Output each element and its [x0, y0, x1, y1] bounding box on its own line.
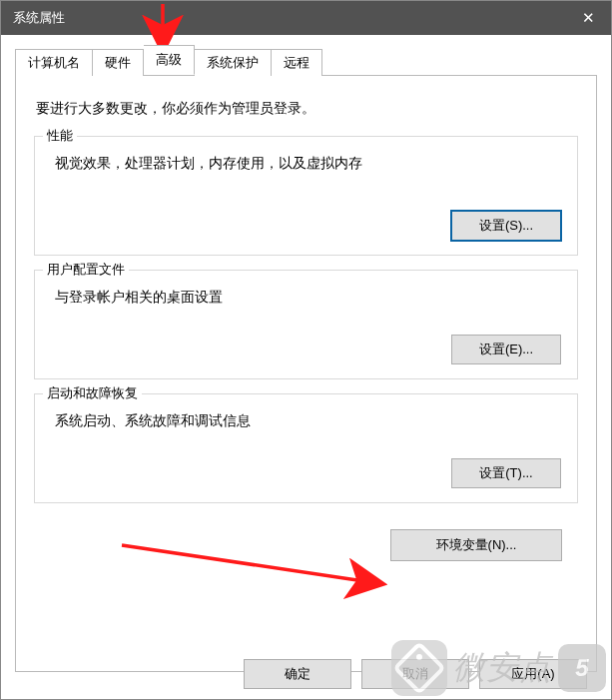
apply-button[interactable]: 应用(A) [479, 659, 587, 689]
tab-advanced[interactable]: 高级 [144, 45, 195, 75]
tab-computer-name[interactable]: 计算机名 [15, 49, 93, 76]
tab-page-advanced: 要进行大多数更改，你必须作为管理员登录。 性能 视觉效果，处理器计划，内存使用，… [15, 75, 597, 672]
titlebar: 系统属性 ✕ [1, 1, 611, 35]
group-performance-desc: 视觉效果，处理器计划，内存使用，以及虚拟内存 [51, 155, 561, 173]
group-user-profiles-buttons: 设置(E)... [51, 335, 561, 364]
group-performance-buttons: 设置(S)... [51, 211, 561, 241]
client-area: 计算机名 硬件 高级 系统保护 远程 要进行大多数更改，你必须作为管理员登录。 … [1, 35, 611, 699]
group-user-profiles-desc: 与登录帐户相关的桌面设置 [51, 289, 561, 307]
group-startup-recovery: 启动和故障恢复 系统启动、系统故障和调试信息 设置(T)... [34, 393, 578, 503]
ok-button[interactable]: 确定 [244, 659, 351, 689]
close-button[interactable]: ✕ [565, 1, 611, 35]
group-startup-recovery-desc: 系统启动、系统故障和调试信息 [51, 412, 561, 430]
system-properties-window: 系统属性 ✕ 计算机名 硬件 高级 系统保护 远程 要进行大多数更改，你必须作为… [0, 0, 612, 700]
group-user-profiles: 用户配置文件 与登录帐户相关的桌面设置 设置(E)... [34, 270, 578, 379]
dialog-footer: 确定 取消 应用(A) [1, 649, 611, 699]
performance-settings-button[interactable]: 设置(S)... [451, 211, 561, 241]
group-user-profiles-legend: 用户配置文件 [43, 261, 129, 279]
cancel-button[interactable]: 取消 [361, 659, 469, 689]
environment-variables-button[interactable]: 环境变量(N)... [390, 529, 562, 561]
close-icon: ✕ [582, 9, 595, 27]
admin-notice: 要进行大多数更改，你必须作为管理员登录。 [36, 100, 576, 118]
window-title: 系统属性 [13, 9, 65, 27]
env-vars-row: 环境变量(N)... [34, 529, 578, 561]
group-performance-legend: 性能 [43, 127, 77, 145]
tab-strip: 计算机名 硬件 高级 系统保护 远程 [15, 49, 597, 75]
user-profiles-settings-button[interactable]: 设置(E)... [451, 335, 561, 364]
startup-recovery-settings-button[interactable]: 设置(T)... [451, 458, 561, 488]
group-performance: 性能 视觉效果，处理器计划，内存使用，以及虚拟内存 设置(S)... [34, 136, 578, 256]
tab-system-protection[interactable]: 系统保护 [195, 49, 272, 76]
group-startup-recovery-buttons: 设置(T)... [51, 458, 561, 488]
tab-remote[interactable]: 远程 [272, 49, 322, 76]
group-startup-recovery-legend: 启动和故障恢复 [43, 384, 142, 402]
tab-hardware[interactable]: 硬件 [93, 49, 144, 76]
